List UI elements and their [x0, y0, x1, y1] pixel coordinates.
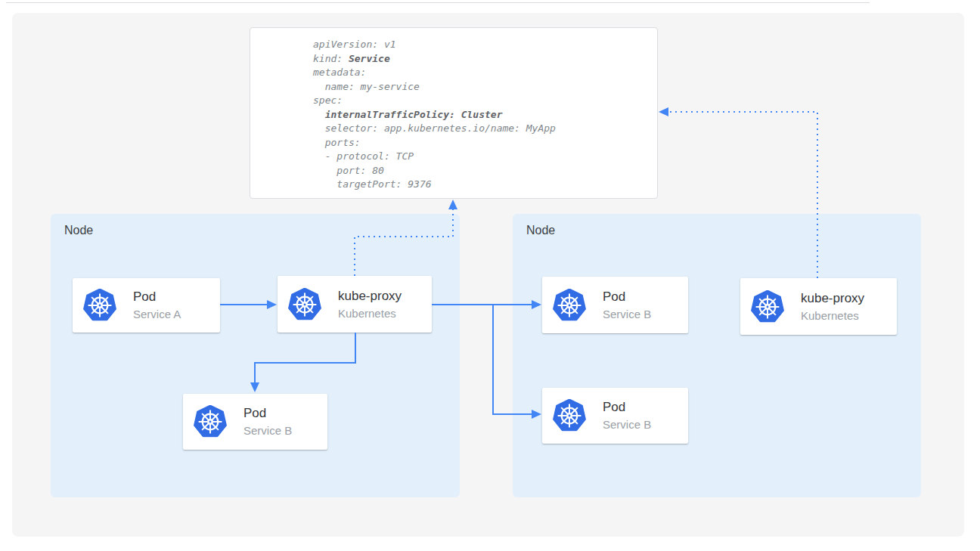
card-title: Pod [603, 289, 651, 305]
card-title: kube-proxy [801, 290, 864, 307]
pod-service-b-left-card: Pod Service B [183, 394, 327, 450]
yaml-line: apiVersion: v1 [313, 38, 556, 52]
pod-service-a-card: Pod Service A [73, 278, 220, 333]
node-box-left: Node [51, 214, 460, 497]
card-title: Pod [603, 399, 651, 416]
card-subtitle: Service B [603, 307, 651, 322]
kubernetes-icon [751, 290, 784, 323]
card-title: Pod [133, 289, 181, 305]
card-subtitle: Kubernetes [801, 308, 864, 323]
yaml-line: metadata: [313, 66, 556, 80]
node-box-right: Node [513, 214, 921, 497]
kubernetes-icon [553, 289, 586, 322]
pod-service-b-right-top-card: Pod Service B [542, 277, 688, 333]
kubernetes-icon [288, 288, 321, 321]
kube-proxy-left-card: kube-proxy Kubernetes [278, 276, 432, 333]
kube-proxy-right-card: kube-proxy Kubernetes [740, 278, 897, 335]
yaml-line: spec: [313, 94, 556, 108]
yaml-line: selector: app.kubernetes.io/name: MyApp [313, 122, 556, 136]
pod-service-b-right-bottom-card: Pod Service B [542, 388, 688, 444]
card-subtitle: Kubernetes [338, 306, 402, 321]
yaml-line: - protocol: TCP [313, 150, 556, 164]
service-yaml-box: apiVersion: v1 kind: Service metadata: n… [250, 27, 658, 199]
yaml-line: kind: Service [313, 52, 556, 67]
card-subtitle: Service B [603, 417, 651, 432]
card-title: kube-proxy [338, 288, 402, 305]
card-subtitle: Service B [243, 423, 292, 438]
diagram-canvas: apiVersion: v1 kind: Service metadata: n… [0, 0, 980, 551]
node-label: Node [526, 224, 555, 237]
service-yaml-code: apiVersion: v1 kind: Service metadata: n… [313, 38, 556, 192]
yaml-line: targetPort: 9376 [313, 178, 556, 192]
card-subtitle: Service A [133, 307, 181, 322]
kubernetes-icon [194, 405, 227, 438]
kubernetes-icon [83, 289, 116, 322]
kubernetes-icon [553, 399, 586, 432]
yaml-line: name: my-service [313, 80, 556, 94]
node-label: Node [64, 224, 93, 237]
top-divider [6, 2, 870, 3]
yaml-line: ports: [313, 136, 556, 150]
yaml-line-internal-traffic-policy: internalTrafficPolicy: Cluster [313, 108, 556, 122]
card-title: Pod [243, 405, 292, 422]
yaml-line: port: 80 [313, 164, 556, 178]
